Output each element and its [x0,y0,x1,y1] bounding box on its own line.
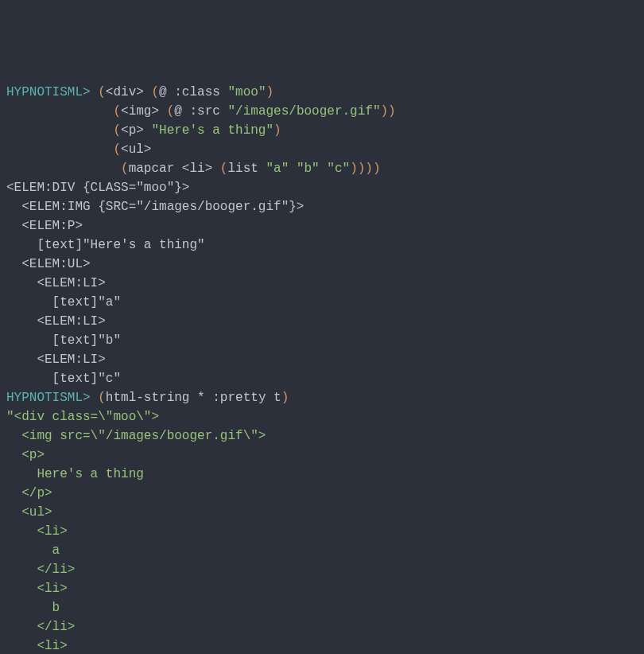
terminal-segment-paren: ( [121,162,129,176]
terminal-segment-output: <img> [121,104,167,119]
terminal-line: <ELEM:LI> [6,350,638,369]
terminal-line: <ELEM:LI> [6,274,638,293]
terminal-segment-string: "<div class=\"moo\"> [6,410,159,424]
terminal-line: </p> [6,484,638,503]
terminal-segment-string: "b" [297,162,320,176]
terminal-segment-output [6,162,121,176]
terminal-segment-paren: ) [274,123,281,138]
terminal-segment-string: "moo" [227,85,266,99]
terminal-segment-output [91,85,99,99]
terminal-segment-output: html-string * :pretty t [106,391,281,405]
terminal-segment-output: <ELEM:LI> [6,314,106,329]
terminal-segment-prompt: HYPNOTISML> [6,391,91,405]
terminal-segment-string: "Here's a thing" [151,123,274,138]
terminal-segment-output: list [227,162,266,176]
terminal-segment-output: @ :src [174,104,227,119]
terminal-segment-output: <ELEM:P> [6,219,83,233]
terminal-segment-string: "c" [327,162,350,176]
terminal-line: </li> [6,617,638,636]
terminal-line: [text]"Here's a thing" [6,236,638,255]
terminal-segment-string: <li> [6,524,68,539]
terminal-segment-output [289,162,297,176]
terminal-segment-string: "/images/booger.gif" [227,104,380,119]
terminal-segment-string: <li> [6,582,68,596]
terminal-segment-output: <div> [106,85,152,99]
terminal-segment-output [91,391,99,405]
terminal-segment-paren: ( [167,104,175,119]
terminal-segment-output: mapcar <li> [129,162,220,176]
terminal-segment-output: [text]"c" [6,372,121,386]
terminal-segment-prompt: HYPNOTISML> [6,85,91,99]
terminal-segment-paren: ( [98,85,106,99]
terminal-line: (mapcar <li> (list "a" "b" "c")))) [6,159,638,178]
terminal-line: </li> [6,560,638,579]
terminal-line: <img src=\"/images/booger.gif\"> [6,426,638,446]
terminal-line: HYPNOTISML> (<div> (@ :class "moo") [6,83,638,102]
terminal-segment-output: <ul> [121,142,151,157]
terminal-segment-string: <p> [6,448,45,462]
terminal-line: Here's a thing [6,465,638,484]
terminal-line: <li> [6,579,638,598]
terminal-line: <li> [6,636,638,654]
terminal-line: a [6,541,638,560]
terminal-line: <ELEM:IMG {SRC="/images/booger.gif"}> [6,197,638,216]
terminal-segment-output [6,123,113,138]
terminal-segment-output: <p> [121,123,151,138]
terminal-segment-output: @ :class [159,85,227,99]
terminal-segment-string: </li> [6,563,75,577]
terminal-segment-output: <ELEM:IMG {SRC="/images/booger.gif"}> [6,200,304,214]
terminal-segment-output [6,104,113,119]
terminal-segment-paren: ( [113,123,121,138]
terminal-segment-output: [text]"Here's a thing" [6,238,205,252]
terminal-segment-paren: )))) [350,162,380,176]
terminal-segment-string: b [6,601,60,615]
terminal-segment-output: [text]"b" [6,333,121,348]
terminal-segment-output: <ELEM:UL> [6,257,91,271]
terminal-segment-string: </li> [6,620,75,634]
terminal-segment-output: [text]"a" [6,295,121,309]
terminal-output[interactable]: HYPNOTISML> (<div> (@ :class "moo") (<im… [6,83,638,654]
terminal-segment-output [320,162,328,176]
terminal-segment-paren: ( [151,85,159,99]
terminal-segment-paren: ( [98,391,106,405]
terminal-line: <ELEM:DIV {CLASS="moo"}> [6,178,638,197]
terminal-segment-paren: ( [113,104,121,119]
terminal-segment-paren: ) [266,85,274,99]
terminal-segment-string: a [6,543,60,558]
terminal-line: [text]"a" [6,293,638,312]
terminal-segment-output: <ELEM:LI> [6,276,106,290]
terminal-line: (<p> "Here's a thing") [6,121,638,140]
terminal-segment-string: <ul> [6,505,52,520]
terminal-segment-string: "a" [266,162,289,176]
terminal-segment-string: Here's a thing [6,467,144,481]
terminal-segment-paren: ( [113,142,121,157]
terminal-segment-paren: )) [381,104,396,119]
terminal-line: <p> [6,446,638,465]
terminal-line: <li> [6,522,638,541]
terminal-line: (<img> (@ :src "/images/booger.gif")) [6,102,638,121]
terminal-segment-string: <li> [6,639,68,653]
terminal-segment-output: <ELEM:LI> [6,352,106,367]
terminal-line: <ELEM:UL> [6,255,638,274]
terminal-line: HYPNOTISML> (html-string * :pretty t) [6,388,638,407]
terminal-segment-output [6,142,113,157]
terminal-line: (<ul> [6,140,638,159]
terminal-segment-output: <ELEM:DIV {CLASS="moo"}> [6,181,189,195]
terminal-line: <ul> [6,503,638,522]
terminal-line: "<div class=\"moo\"> [6,407,638,426]
terminal-line: <ELEM:P> [6,216,638,236]
terminal-line: <ELEM:LI> [6,312,638,331]
terminal-segment-string: </p> [6,486,52,500]
terminal-line: [text]"c" [6,369,638,388]
terminal-line: b [6,598,638,617]
terminal-segment-paren: ) [281,391,289,405]
terminal-segment-string: <img src=\"/images/booger.gif\"> [6,429,266,443]
terminal-line: [text]"b" [6,331,638,350]
